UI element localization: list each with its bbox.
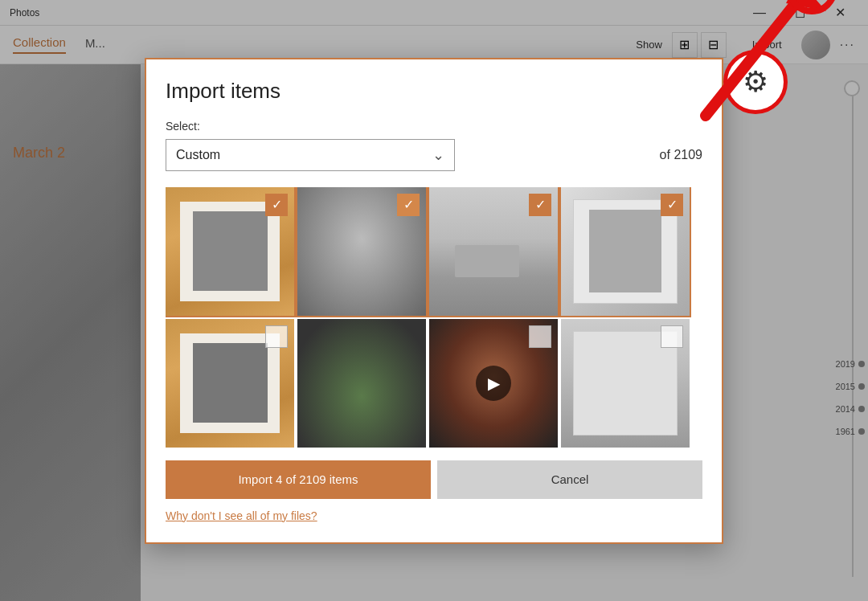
modal-title: Import items (166, 79, 702, 104)
custom-select-value: Custom (176, 148, 220, 162)
uncheck-badge-8 (661, 325, 683, 348)
import-modal: Import items Select: Custom ⌄ of 2109 (145, 58, 723, 544)
photo-item-5[interactable] (166, 319, 294, 448)
photo-item-3[interactable]: ✓ (429, 187, 558, 316)
check-badge-2: ✓ (397, 194, 420, 216)
modal-footer-buttons: Import 4 of 2109 items Cancel (166, 460, 702, 499)
cancel-button-modal[interactable]: Cancel (437, 460, 702, 499)
check-badge-4: ✓ (661, 194, 683, 216)
checkmark-icon-2: ✓ (403, 197, 414, 212)
help-link-text[interactable]: Why don't I see all of my files? (166, 509, 317, 522)
uncheck-badge-5 (265, 325, 288, 348)
photo-item-2[interactable]: ✓ (297, 187, 426, 316)
checkmark-icon-4: ✓ (667, 197, 678, 212)
select-row: Custom ⌄ of 2109 (166, 139, 702, 171)
photo-item-7[interactable]: ▶ (429, 319, 558, 448)
play-icon-7: ▶ (488, 374, 500, 393)
checkmark-icon-3: ✓ (535, 197, 546, 212)
uncheck-badge-7 (529, 325, 551, 348)
svg-point-2 (789, 0, 834, 11)
photo-item-6[interactable] (297, 319, 426, 448)
settings-gear-button[interactable]: ⚙ (723, 50, 788, 114)
photo-item-1[interactable]: ✓ (166, 187, 294, 316)
photo-grid-container: ✓ ✓ ✓ (166, 187, 702, 448)
play-button-7[interactable]: ▶ (476, 366, 511, 401)
gear-icon: ⚙ (743, 65, 768, 99)
photo-item-4[interactable]: ✓ (561, 187, 690, 316)
photo-grid: ✓ ✓ ✓ (166, 187, 702, 448)
select-label: Select: (166, 120, 702, 133)
check-badge-1: ✓ (265, 194, 288, 216)
modal-overlay: Import items Select: Custom ⌄ of 2109 (0, 0, 868, 601)
help-link[interactable]: Why don't I see all of my files? (166, 509, 702, 523)
custom-select[interactable]: Custom ⌄ (166, 139, 455, 171)
check-badge-3: ✓ (529, 194, 551, 216)
svg-marker-1 (786, 0, 826, 11)
photo-item-8[interactable] (561, 319, 690, 448)
select-count: of 2109 (660, 148, 702, 162)
chevron-down-icon: ⌄ (432, 146, 444, 164)
checkmark-icon-1: ✓ (272, 197, 282, 212)
import-button-modal[interactable]: Import 4 of 2109 items (166, 460, 431, 499)
